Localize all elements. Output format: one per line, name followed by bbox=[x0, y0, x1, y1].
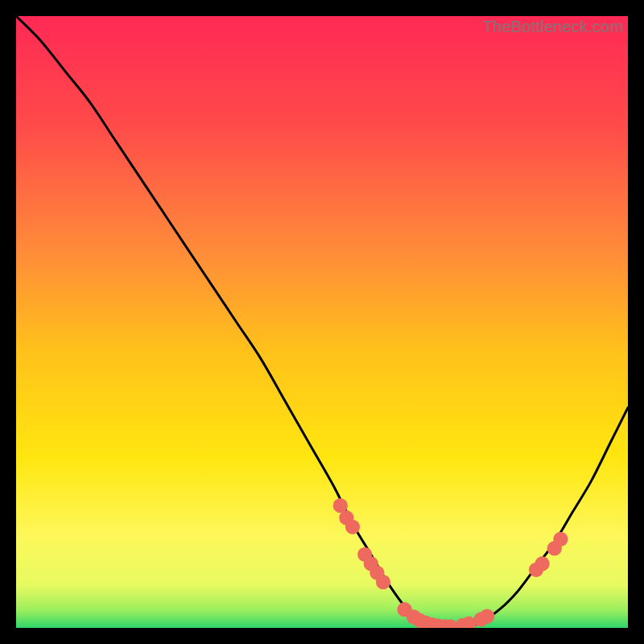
chart-frame: TheBottleneck.com bbox=[16, 16, 628, 628]
watermark-label: TheBottleneck.com bbox=[482, 18, 623, 36]
highlight-point bbox=[480, 609, 494, 623]
chart-plot bbox=[16, 16, 628, 628]
marker-layer bbox=[333, 498, 568, 628]
highlight-point bbox=[535, 556, 549, 571]
curve-layer bbox=[16, 16, 628, 628]
highlight-point bbox=[345, 519, 360, 534]
highlight-point bbox=[376, 575, 390, 589]
bottleneck-curve bbox=[16, 16, 628, 628]
highlight-point bbox=[553, 532, 568, 547]
